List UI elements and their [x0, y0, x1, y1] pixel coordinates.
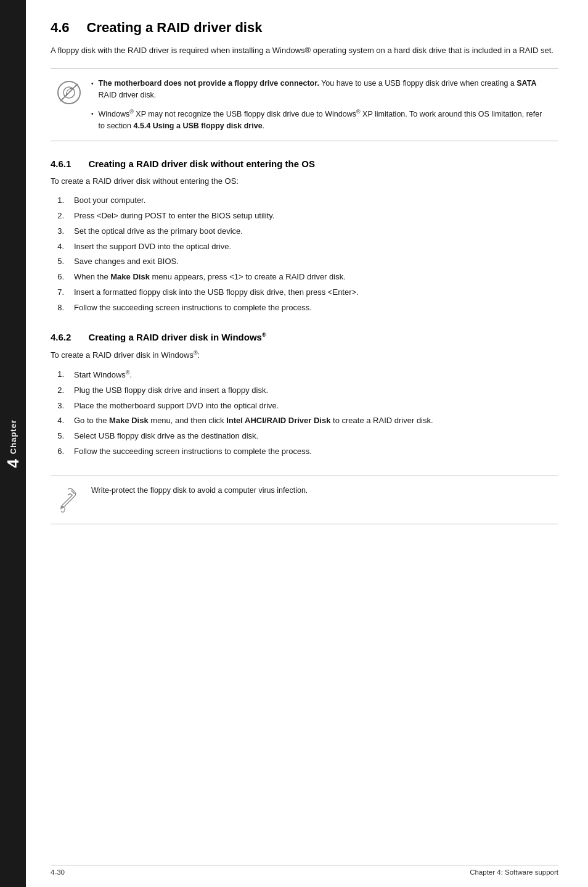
step-1-3: 3. Set the optical drive as the primary …: [51, 225, 558, 238]
warning-icon: [55, 79, 83, 106]
chapter-sidebar: Chapter 4: [0, 0, 26, 887]
step-1-7: 7. Insert a formatted floppy disk into t…: [51, 286, 558, 299]
tip-text: Write-protect the floppy disk to avoid a…: [91, 485, 550, 497]
notice-item-1: • The motherboard does not provide a flo…: [91, 78, 550, 102]
notice-text-1: The motherboard does not provide a flopp…: [99, 78, 550, 102]
subsection1-steps: 1. Boot your computer. 2. Press <Del> du…: [51, 194, 558, 314]
footer-bar: 4-30 Chapter 4: Software support: [51, 865, 558, 876]
notice-item-2: • Windows® XP may not recognize the USB …: [91, 108, 550, 133]
step-2-6: 6. Follow the succeeding screen instruct…: [51, 445, 558, 458]
notice-icon: [55, 79, 83, 108]
step-1-6: 6. When the Make Disk menu appears, pres…: [51, 271, 558, 284]
step-2-5: 5. Select USB floppy disk drive as the d…: [51, 430, 558, 443]
main-content: 4.6Creating a RAID driver disk A floppy …: [26, 0, 588, 887]
step-2-3: 3. Place the motherboard support DVD int…: [51, 400, 558, 413]
subsection2-intro: To create a RAID driver disk in Windows®…: [51, 349, 558, 362]
section-title: 4.6Creating a RAID driver disk: [51, 20, 558, 36]
notice-box: • The motherboard does not provide a flo…: [51, 68, 558, 142]
step-2-2: 2. Plug the USB floppy disk drive and in…: [51, 384, 558, 397]
bullet-1: •: [91, 79, 94, 89]
subsection2-steps: 1. Start Windows®. 2. Plug the USB flopp…: [51, 368, 558, 458]
notice-content: • The motherboard does not provide a flo…: [91, 78, 550, 133]
footer-left: 4-30: [51, 868, 65, 876]
step-1-4: 4. Insert the support DVD into the optic…: [51, 241, 558, 254]
subsection2-title-text: Creating a RAID driver disk in Windows®: [88, 332, 266, 342]
svg-line-1: [60, 84, 78, 101]
chapter-number: 4: [4, 459, 23, 468]
section-intro: A floppy disk with the RAID driver is re…: [51, 44, 558, 57]
subsection2-title: 4.6.2Creating a RAID driver disk in Wind…: [51, 332, 558, 342]
tip-icon: [55, 486, 83, 515]
step-1-5: 5. Save changes and exit BIOS.: [51, 255, 558, 268]
step-1-2: 2. Press <Del> during POST to enter the …: [51, 210, 558, 223]
step-1-1: 1. Boot your computer.: [51, 194, 558, 207]
notice-text-2: Windows® XP may not recognize the USB fl…: [99, 108, 550, 133]
bullet-2: •: [91, 109, 94, 119]
step-2-4: 4. Go to the Make Disk menu, and then cl…: [51, 415, 558, 427]
chapter-label: Chapter: [9, 419, 18, 454]
tip-box: Write-protect the floppy disk to avoid a…: [51, 476, 558, 524]
pencil-icon: [55, 486, 80, 513]
subsection1-intro: To create a RAID driver disk without ent…: [51, 175, 558, 188]
step-1-8: 8. Follow the succeeding screen instruct…: [51, 302, 558, 315]
step-2-1: 1. Start Windows®.: [51, 368, 558, 382]
footer-right: Chapter 4: Software support: [470, 868, 558, 876]
subsection1-title: 4.6.1Creating a RAID driver disk without…: [51, 159, 558, 169]
